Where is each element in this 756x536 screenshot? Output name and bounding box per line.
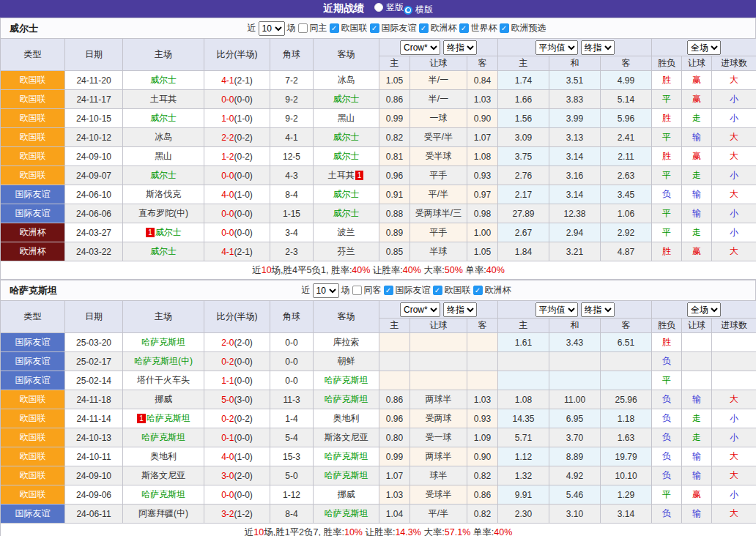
crow-handicap xyxy=(410,371,467,390)
result-outcome: 胜 xyxy=(652,147,682,166)
avg-draw-odds: 8.89 xyxy=(549,447,601,466)
recent-count-select[interactable]: 10 xyxy=(313,283,339,298)
team-name-text: 威尔士 xyxy=(333,132,360,142)
average-stage-select[interactable]: 终指 xyxy=(581,40,615,55)
radio-icon[interactable] xyxy=(374,3,383,12)
away-team: 威尔士 xyxy=(314,185,379,204)
radio-label: 横版 xyxy=(415,4,433,16)
match-row: 欧国联 24-10-11 奥地利 4-0(1-0) 15-3 哈萨克斯坦 0.9… xyxy=(1,447,756,466)
result-handicap: 赢 xyxy=(682,147,712,166)
team-name-text: 黑山 xyxy=(155,151,172,161)
result-handicap: 赢 xyxy=(682,71,712,90)
crow-away-odds: 0.90 xyxy=(467,109,498,128)
league-checkbox[interactable]: ✓ xyxy=(433,286,442,295)
fulltime-score: 0-0 xyxy=(221,228,234,238)
average-stage-select[interactable]: 终指 xyxy=(581,302,615,317)
league-checkbox[interactable]: ✓ xyxy=(330,23,339,33)
col-header-date: 日期 xyxy=(65,39,123,71)
corners-cell: 8-4 xyxy=(270,185,314,204)
league-checkbox[interactable]: ✓ xyxy=(419,23,429,33)
result-handicap: 输 xyxy=(682,185,712,204)
col-header-outcome: 胜负 xyxy=(652,56,682,71)
league-filter-label: 国际友谊 xyxy=(396,284,431,297)
crow-home-odds xyxy=(379,333,410,352)
result-handicap: 输 xyxy=(682,204,712,223)
corners-cell: 0-0 xyxy=(270,371,314,390)
avg-home-odds: 9.91 xyxy=(498,485,549,505)
team-name-text: 奥地利 xyxy=(333,413,360,423)
match-row: 国际友谊 25-02-17 哈萨克斯坦(中) 0-2(0-0) 0-0 朝鲜 负 xyxy=(1,352,756,371)
home-team: 斯洛文尼亚 xyxy=(123,466,204,485)
halftime-score: (0-2) xyxy=(234,414,253,424)
match-date: 24-09-10 xyxy=(65,147,123,166)
league-checkbox[interactable]: ✓ xyxy=(473,286,483,295)
avg-home-odds: 14.35 xyxy=(498,409,549,428)
radio-icon[interactable] xyxy=(404,6,412,15)
league-checkbox[interactable]: ✓ xyxy=(500,23,509,33)
layout-radio-selected[interactable]: 横版 xyxy=(404,4,433,16)
match-date: 25-02-14 xyxy=(65,371,123,390)
summary-segment: 57.1% xyxy=(445,527,470,536)
result-handicap: 走 xyxy=(682,409,712,428)
avg-home-odds: 2.76 xyxy=(498,166,549,185)
crow-home-odds: 0.86 xyxy=(379,390,410,409)
avg-away-odds: 4.87 xyxy=(601,242,652,261)
average-select[interactable]: 平均值 xyxy=(536,302,578,317)
avg-draw-odds: 3.10 xyxy=(549,505,601,524)
col-header-type: 类型 xyxy=(1,301,65,333)
bookmaker-stage-select[interactable]: 终指 xyxy=(443,40,477,55)
halftime-score: (1-2) xyxy=(234,509,253,519)
home-team: 威尔士 xyxy=(123,71,204,90)
fulltime-select[interactable]: 全场 xyxy=(687,302,721,317)
match-row: 欧洲杯 24-03-22 威尔士 4-1(2-1) 2-3 芬兰 0.85 半球… xyxy=(1,242,756,261)
average-select[interactable]: 平均值 xyxy=(536,40,578,55)
layout-radio-group: 竖版横版 xyxy=(374,1,433,17)
col-header-crow-home: 主 xyxy=(379,319,410,333)
match-row: 欧国联 24-11-18 挪威 5-0(3-0) 11-3 哈萨克斯坦 0.86… xyxy=(1,390,756,409)
avg-draw-odds: 3.16 xyxy=(549,166,601,185)
home-team: 威尔士 xyxy=(123,242,204,261)
fulltime-select[interactable]: 全场 xyxy=(687,40,721,55)
team-name-text: 哈萨克斯坦 xyxy=(325,451,368,461)
col-header-avg-away: 客 xyxy=(601,319,652,333)
home-team: 1哈萨克斯坦 xyxy=(123,409,204,428)
away-team: 挪威 xyxy=(314,485,379,505)
avg-draw-odds xyxy=(549,371,601,390)
score-cell: 0-2(0-0) xyxy=(204,352,270,371)
bookmaker-select[interactable]: Crow* xyxy=(400,40,440,55)
home-team: 塔什干火车头 xyxy=(123,371,204,390)
col-header-corners: 角球 xyxy=(270,301,314,333)
result-goals xyxy=(712,352,756,371)
bookmaker-select[interactable]: Crow* xyxy=(400,302,440,317)
league-checkbox[interactable]: ✓ xyxy=(459,23,469,33)
average-select-cell: 平均值终指 xyxy=(498,39,652,56)
recent-count-select[interactable]: 10 xyxy=(259,21,285,36)
home-team: 黑山 xyxy=(123,147,204,166)
avg-draw-odds: 3.51 xyxy=(549,71,601,90)
corners-cell: 9-2 xyxy=(270,109,314,128)
halftime-score: (2-1) xyxy=(234,247,253,257)
crow-handicap: 受一球 xyxy=(410,428,467,447)
result-goals: 小 xyxy=(712,409,756,428)
result-outcome: 负 xyxy=(652,505,682,524)
team-name: 威尔士 xyxy=(1,22,38,35)
average-select-cell: 平均值终指 xyxy=(498,301,652,319)
same-venue-checkbox[interactable] xyxy=(352,286,362,295)
team-name-text: 威尔士 xyxy=(155,227,182,237)
summary-segment: 40% xyxy=(352,265,370,275)
corners-cell: 12-5 xyxy=(270,147,314,166)
avg-away-odds: 2.41 xyxy=(601,128,652,147)
same-venue-checkbox[interactable] xyxy=(298,23,308,33)
league-checkbox[interactable]: ✓ xyxy=(370,23,379,33)
league-checkbox[interactable]: ✓ xyxy=(384,286,393,295)
col-header-goals-result: 进球数 xyxy=(712,56,756,71)
layout-radio-option[interactable]: 竖版 xyxy=(374,1,404,14)
match-date: 24-11-14 xyxy=(65,409,123,428)
crow-handicap: 半/一 xyxy=(410,71,467,90)
bookmaker-stage-select[interactable]: 终指 xyxy=(443,302,477,317)
halftime-score: (1-0) xyxy=(234,452,253,462)
fulltime-score: 3-0 xyxy=(221,471,234,481)
near-label: 近 xyxy=(248,22,256,34)
crow-away-odds: 1.03 xyxy=(467,390,498,409)
result-outcome: 胜 xyxy=(652,71,682,90)
